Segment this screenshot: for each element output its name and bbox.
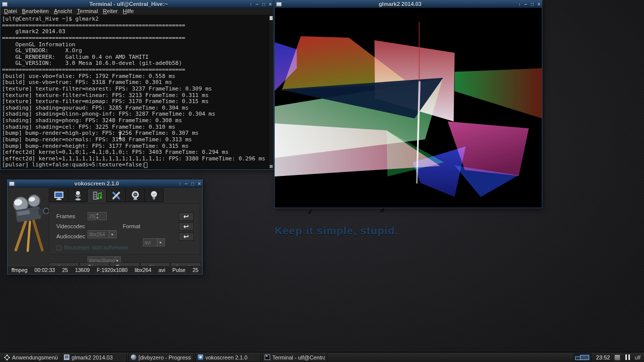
task-button[interactable]: [divbyzero - Progressive ... <box>128 353 194 362</box>
tab-settings[interactable] <box>106 189 125 202</box>
vokoscreen-window-icon <box>9 182 15 186</box>
task-button[interactable]: glmark2 2014.03 <box>61 353 127 362</box>
terminal-line: [ulf@Central_Hive ~]$ glmark2 <box>2 16 273 23</box>
close-button[interactable]: × <box>269 1 272 8</box>
terminal-window-icon <box>2 2 8 7</box>
applications-menu-icon <box>4 354 11 361</box>
menu-item[interactable]: Ansicht <box>54 8 72 15</box>
task-button[interactable]: vokoscreen 2.1.0 <box>195 353 261 362</box>
tools-icon <box>111 190 122 201</box>
status-segment: F:1920x1080 <box>97 267 127 273</box>
format-label: Format <box>123 223 140 229</box>
tab-codec[interactable] <box>87 189 106 202</box>
terminal-line: ========================================… <box>2 67 273 73</box>
undo-icon: ↩ <box>184 213 189 220</box>
reset-frames-button[interactable]: ↩ <box>179 212 194 221</box>
glmark2-titlebar[interactable]: glmark2 2014.03 ↑−□× <box>275 1 542 8</box>
checkbox-label: Mauszeiger nicht aufnehmen <box>64 245 128 250</box>
terminal-line: [texture] texture-filter=nearest: FPS: 3… <box>2 86 273 93</box>
hide-mouse-checkbox[interactable]: Mauszeiger nicht aufnehmen <box>56 245 128 250</box>
menu-item[interactable]: Datei <box>4 8 17 15</box>
terminal-menubar: DateiBearbeitenAnsichtTerminalReiterHilf… <box>1 8 273 15</box>
dropdown-arrow-icon[interactable]: ▾ <box>157 239 164 246</box>
reset-videocodec-button[interactable]: ↩ <box>179 222 194 231</box>
status-segment: 25 <box>193 267 199 273</box>
user-label: ulf <box>634 354 640 360</box>
terminal-line: [bump] bump-render=high-poly: FPS: 3256 … <box>2 130 273 137</box>
task-button[interactable]: Terminal - ulf@Central_H... <box>262 353 328 362</box>
vokoscreen-body: Frames 25 ▴ ▾ ↩ Videocodec libx264 ▾ For… <box>8 188 202 265</box>
terminal-output[interactable]: [ulf@Central_Hive ~]$ glmark2===========… <box>1 15 273 169</box>
wallpaper-caption: Keep it simple, stupid. <box>275 225 398 237</box>
applications-menu-button[interactable]: Anwendungsmenü <box>2 353 60 362</box>
terminal-line: ========================================… <box>2 35 273 42</box>
maximize-button[interactable]: □ <box>262 1 265 8</box>
menu-item[interactable]: Hilfe <box>123 8 134 15</box>
workspace-pager[interactable] <box>574 353 592 361</box>
glmark2-window-icon <box>276 2 282 7</box>
spin-up-icon[interactable]: ▴ <box>95 212 100 216</box>
microphone-icon <box>72 190 84 201</box>
status-segment: 25 <box>62 267 68 273</box>
webcam-icon <box>130 190 141 201</box>
glmark2-render-canvas <box>275 8 542 208</box>
pager-screen-2[interactable] <box>580 355 589 360</box>
terminal-line: [effect2d] kernel=0,1,0;1,-4,1;0,1,0;: F… <box>2 149 273 156</box>
terminal-title: Terminal - ulf@Central_Hive:~ <box>10 1 248 8</box>
terminal-line: [build] use-vbo=true: FPS: 3318 FrameTim… <box>2 79 273 86</box>
menu-item[interactable]: Terminal <box>77 8 98 15</box>
glmark2-window: glmark2 2014.03 ↑−□× <box>274 0 542 208</box>
frames-label: Frames <box>56 213 75 219</box>
frames-stepper[interactable]: 25 ▴ ▾ <box>88 212 107 220</box>
spin-down-icon[interactable]: ▾ <box>95 216 100 220</box>
terminal-cursor <box>144 162 147 168</box>
shade-button[interactable]: ↑ <box>250 1 252 8</box>
menu-item[interactable]: Reiter <box>103 8 118 15</box>
codec-settings-panel: Frames 25 ▴ ▾ ↩ Videocodec libx264 ▾ For… <box>49 203 200 254</box>
pause-tray-icon[interactable] <box>625 354 630 360</box>
vokoscreen-window: vokoscreen 2.1.0 ↑−□× <box>7 179 203 275</box>
ibeam-cursor-icon <box>118 132 122 139</box>
scroll-down-arrow-icon[interactable] <box>270 165 273 168</box>
terminal-line: [pulsar] light=false:quads=5:texture=fal… <box>2 162 273 168</box>
task-icon <box>198 354 203 360</box>
tab-audio[interactable] <box>68 189 87 202</box>
tray-icon[interactable] <box>614 354 620 360</box>
tab-help[interactable] <box>144 189 164 202</box>
terminal-line: GL_VENDOR: X.Org <box>2 48 273 54</box>
minimize-button[interactable]: − <box>256 1 259 8</box>
checkbox-box[interactable] <box>56 245 61 250</box>
menu-item[interactable]: Bearbeiten <box>22 8 49 15</box>
tab-webcam[interactable] <box>125 189 144 202</box>
terminal-titlebar[interactable]: Terminal - ulf@Central_Hive:~ ↑−□× <box>1 1 273 8</box>
film-note-icon <box>92 190 103 201</box>
minimize-button[interactable]: − <box>185 180 188 187</box>
pulsar-scene <box>275 8 542 208</box>
terminal-window: Terminal - ulf@Central_Hive:~ ↑−□× Datei… <box>0 0 274 170</box>
minimize-button[interactable]: − <box>524 1 527 8</box>
undo-icon: ↩ <box>184 233 189 240</box>
shade-button[interactable]: ↑ <box>518 1 521 8</box>
videocodec-label: Videocodec <box>56 223 85 229</box>
close-button[interactable]: × <box>198 180 201 187</box>
status-segment: avi <box>158 267 165 273</box>
reset-audiocodec-button[interactable]: ↩ <box>179 232 194 241</box>
shade-button[interactable]: ↑ <box>179 180 181 187</box>
dropdown-arrow-icon[interactable]: ▾ <box>109 231 115 238</box>
videocodec-select[interactable]: libx264 ▾ <box>88 230 117 238</box>
terminal-line: [shading] shading=phong: FPS: 3248 Frame… <box>2 118 273 124</box>
status-segment: 00:02:33 <box>35 267 55 273</box>
vokoscreen-titlebar[interactable]: vokoscreen 2.1.0 ↑−□× <box>8 180 202 188</box>
maximize-button[interactable]: □ <box>191 180 194 187</box>
audiocodec-label: Audiocodec <box>56 233 86 239</box>
tab-screen[interactable] <box>49 189 68 202</box>
scroll-thumb[interactable] <box>270 16 273 20</box>
close-button[interactable]: × <box>537 1 540 8</box>
clock[interactable]: 23:52 <box>596 354 610 360</box>
maximize-button[interactable]: □ <box>531 1 534 8</box>
terminal-scrollbar[interactable] <box>269 15 273 169</box>
vokoscreen-statusbar: ffmpeg00:02:332513609F:1920x1080libx264a… <box>8 265 202 274</box>
spinner-arrows[interactable]: ▴ ▾ <box>95 212 100 220</box>
terminal-line: glmark2 2014.03 <box>2 29 273 35</box>
format-select[interactable]: avi ▾ <box>143 238 165 246</box>
